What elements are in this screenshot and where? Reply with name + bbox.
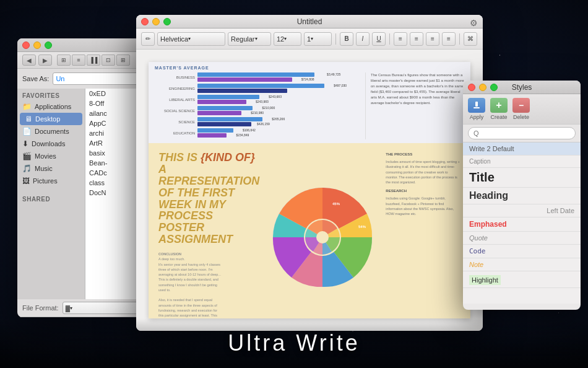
chart-title: MASTER'S AVERAGE bbox=[155, 66, 464, 70]
align-justify-button[interactable]: ≡ bbox=[442, 32, 456, 46]
main-minimize-button[interactable] bbox=[152, 18, 160, 25]
sidebar-item-pictures-label: Pictures bbox=[33, 177, 58, 185]
nav-back-button[interactable]: ◀ bbox=[22, 55, 36, 66]
styles-minimize-button[interactable] bbox=[479, 84, 486, 91]
pen-tool-button[interactable]: ✏ bbox=[141, 32, 155, 46]
view-coverflow-button[interactable]: ⊡ bbox=[102, 55, 115, 66]
the-process-label: THE PROCESS bbox=[386, 152, 460, 157]
delete-style-button[interactable]: − Delete bbox=[512, 98, 530, 120]
styles-maximize-button[interactable] bbox=[490, 84, 498, 91]
line-spacing-select[interactable]: 1 bbox=[304, 32, 332, 46]
sidebar-item-applications[interactable]: 📁 Applications bbox=[17, 100, 85, 113]
bottom-overlay: Ultra Write bbox=[0, 318, 588, 368]
pie-center bbox=[316, 231, 329, 243]
sidebar-item-downloads[interactable]: ⬇ Downloads bbox=[17, 138, 85, 150]
chart-area: BUSINESS $3,49,725 $724,808 bbox=[155, 72, 464, 139]
bar-val-eng-1: $497,030 bbox=[334, 84, 347, 87]
file-format-label: File Format: bbox=[22, 304, 59, 312]
view-icon-button[interactable]: ⊞ bbox=[57, 55, 71, 66]
bar-business-2: $724,808 bbox=[197, 77, 292, 82]
chart-label-social: SOCIAL SCIENCE bbox=[155, 109, 195, 113]
styles-close-button[interactable] bbox=[468, 84, 475, 91]
bar-val-business-2: $724,808 bbox=[301, 77, 314, 81]
bold-button[interactable]: B bbox=[340, 32, 353, 46]
desktop-icon: 🖥 bbox=[25, 115, 32, 123]
sidebar-item-documents[interactable]: 📄 Documents bbox=[17, 125, 85, 138]
styles-search-input[interactable] bbox=[468, 127, 576, 139]
sidebar-item-pictures[interactable]: 🖼 Pictures bbox=[17, 175, 85, 187]
style-item-title[interactable]: Title bbox=[463, 168, 581, 188]
main-document-window: Untitled ⚙ ✏ Helvetica Regular 12 1 B I … bbox=[136, 15, 483, 331]
chart-bars-business: $3,49,725 $724,808 bbox=[197, 72, 360, 82]
bar-val-soc-2: $210,980 bbox=[251, 111, 264, 115]
main-close-button[interactable] bbox=[141, 18, 149, 25]
apply-style-button[interactable]: Apply bbox=[468, 98, 485, 120]
pictures-icon: 🖼 bbox=[22, 177, 30, 185]
pen-apply-icon bbox=[472, 100, 482, 110]
chart-row-social: SOCIAL SCIENCE $210,900 $210,980 bbox=[155, 106, 360, 115]
style-item-caption[interactable]: Caption bbox=[463, 156, 581, 168]
downloads-icon: ⬇ bbox=[22, 139, 28, 148]
minimize-button[interactable] bbox=[33, 42, 41, 49]
align-center-button[interactable]: ≡ bbox=[410, 32, 423, 46]
bar-sci-2: $426,159 bbox=[197, 122, 251, 126]
font-style-select[interactable]: Regular bbox=[228, 32, 271, 46]
sidebar-item-desktop[interactable]: 🖥 Desktop bbox=[20, 113, 82, 125]
bar-eng-2 bbox=[197, 89, 287, 93]
sidebar-item-movies[interactable]: 🎬 Movies bbox=[17, 150, 85, 162]
poster-section: THIS IS {KIND OF} A REPRESENTATION OF TH… bbox=[149, 143, 470, 318]
underline-button[interactable]: U bbox=[372, 32, 386, 46]
keyboard-shortcut-button[interactable]: ⌘ bbox=[464, 32, 477, 46]
style-item-quote[interactable]: Quote bbox=[463, 232, 581, 245]
bar-business-1: $3,49,725 bbox=[197, 72, 314, 77]
toolbar-separator-3 bbox=[459, 33, 460, 45]
main-titlebar: Untitled ⚙ bbox=[136, 15, 483, 28]
chart-row-engineering: ENGINEERING $497,030 bbox=[155, 84, 360, 93]
style-item-highlight[interactable]: Highlight bbox=[463, 271, 581, 288]
style-item-note[interactable]: Note bbox=[463, 258, 581, 271]
font-family-select[interactable]: Helvetica bbox=[157, 32, 225, 46]
view-column-button[interactable]: ▐▐ bbox=[87, 55, 100, 66]
style-item-emphased[interactable]: Emphased bbox=[463, 217, 581, 232]
view-list-button[interactable]: ≡ bbox=[72, 55, 85, 66]
view-extra-button[interactable]: ⊞ bbox=[116, 55, 130, 66]
styles-list: Write 2 Default Caption Title Heading Le… bbox=[463, 142, 581, 304]
style-item-write2default[interactable]: Write 2 Default bbox=[463, 142, 581, 156]
font-size-select[interactable]: 12 bbox=[274, 32, 301, 46]
chart-bars: BUSINESS $3,49,725 $724,808 bbox=[155, 72, 360, 139]
chart-row-education: EDUCATION $106,642 $234,849 bbox=[155, 128, 360, 138]
apply-label: Apply bbox=[470, 114, 484, 120]
poster-line4: WEEK IN MY bbox=[158, 198, 226, 211]
create-style-button[interactable]: + Create bbox=[490, 98, 508, 120]
style-item-leftdate[interactable]: Left Date bbox=[463, 204, 581, 217]
app-title: Ultra Write bbox=[228, 330, 360, 356]
bar-edu-1: $106,642 bbox=[197, 128, 233, 133]
font-family-value: Helvetica bbox=[160, 35, 188, 43]
create-icon: + bbox=[490, 98, 508, 113]
main-content[interactable]: MASTER'S AVERAGE BUSINESS $3,49,725 $7 bbox=[136, 50, 483, 331]
italic-button[interactable]: I bbox=[356, 32, 370, 46]
gear-icon[interactable]: ⚙ bbox=[470, 18, 478, 28]
bar-val-lib-2: $243,983 bbox=[256, 100, 269, 103]
maximize-button[interactable] bbox=[45, 42, 52, 49]
align-left-button[interactable]: ≡ bbox=[394, 32, 407, 46]
research-description: Includes using Google: Google+ tumblr, b… bbox=[386, 196, 460, 216]
style-name-note: Note bbox=[469, 261, 574, 268]
music-icon: 🎵 bbox=[22, 164, 32, 173]
style-item-heading[interactable]: Heading bbox=[463, 188, 581, 204]
align-right-button[interactable]: ≡ bbox=[426, 32, 439, 46]
documents-icon: 📄 bbox=[22, 127, 32, 136]
bar-val-edu-1: $106,642 bbox=[243, 128, 256, 132]
nav-forward-button[interactable]: ▶ bbox=[38, 55, 52, 66]
toolbar-separator bbox=[335, 33, 336, 45]
save-as-label: Save As: bbox=[22, 75, 49, 82]
favorites-label: FAVORITES bbox=[17, 89, 85, 100]
style-item-code[interactable]: Code bbox=[463, 245, 581, 258]
sidebar-item-music[interactable]: 🎵 Music bbox=[17, 162, 85, 175]
create-label: Create bbox=[490, 114, 507, 120]
style-name-caption: Caption bbox=[469, 158, 574, 165]
svg-rect-11 bbox=[473, 107, 480, 108]
close-button[interactable] bbox=[22, 42, 30, 49]
bar-sci-1: $265,266 bbox=[197, 117, 262, 121]
main-maximize-button[interactable] bbox=[163, 18, 171, 25]
